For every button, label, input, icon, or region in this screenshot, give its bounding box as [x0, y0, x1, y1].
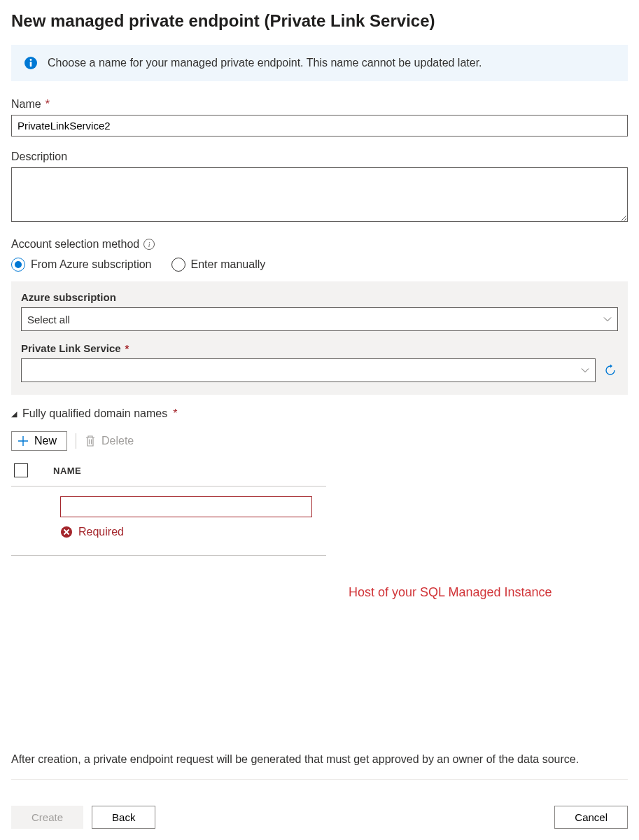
chevron-down-icon: [581, 366, 589, 374]
info-banner: Choose a name for your managed private e…: [11, 45, 628, 81]
plus-icon: [17, 435, 29, 447]
error-icon: [60, 526, 73, 538]
svg-rect-2: [30, 62, 32, 66]
info-icon[interactable]: i: [143, 239, 155, 250]
divider: [76, 433, 76, 449]
fqdn-table: NAME Required: [11, 463, 326, 556]
page-title: New managed private endpoint (Private Li…: [11, 11, 628, 31]
back-button[interactable]: Back: [92, 806, 155, 829]
svg-point-1: [30, 59, 32, 61]
private-link-service-select[interactable]: [21, 358, 596, 382]
name-input[interactable]: [11, 115, 628, 136]
fqdn-section-header[interactable]: ◢ Fully qualified domain names *: [11, 407, 628, 420]
private-link-service-label: Private Link Service*: [21, 342, 618, 354]
radio-icon: [171, 258, 185, 272]
required-asterisk: *: [45, 98, 50, 111]
info-icon: [24, 56, 38, 70]
azure-subscription-select[interactable]: Select all: [21, 307, 618, 331]
collapse-icon: ◢: [11, 410, 17, 419]
radio-icon: [11, 258, 25, 272]
required-asterisk: *: [173, 407, 177, 420]
annotation-text: Host of your SQL Managed Instance: [349, 585, 552, 600]
delete-button: Delete: [85, 435, 134, 447]
radio-from-azure[interactable]: From Azure subscription: [11, 258, 152, 272]
azure-subscription-label: Azure subscription: [21, 291, 618, 303]
description-textarea[interactable]: [11, 167, 628, 222]
chevron-down-icon: [603, 315, 612, 323]
radio-enter-manually[interactable]: Enter manually: [171, 258, 266, 272]
name-label: Name*: [11, 98, 628, 111]
new-button[interactable]: New: [11, 431, 67, 451]
trash-icon: [85, 435, 96, 447]
error-text: Required: [78, 526, 124, 538]
info-banner-text: Choose a name for your managed private e…: [48, 55, 482, 71]
refresh-button[interactable]: [603, 363, 618, 378]
refresh-icon: [604, 364, 617, 377]
column-header-name: NAME: [53, 465, 81, 476]
cancel-button[interactable]: Cancel: [554, 806, 628, 829]
table-row: Required: [11, 486, 326, 556]
required-asterisk: *: [125, 342, 129, 354]
create-button: Create: [11, 806, 83, 829]
fqdn-input[interactable]: [60, 496, 312, 517]
description-label: Description: [11, 150, 628, 163]
footer-note: After creation, a private endpoint reque…: [11, 751, 628, 780]
account-method-label: Account selection method i: [11, 238, 628, 251]
azure-subpanel: Azure subscription Select all Private Li…: [11, 281, 628, 395]
select-all-checkbox[interactable]: [14, 463, 28, 477]
